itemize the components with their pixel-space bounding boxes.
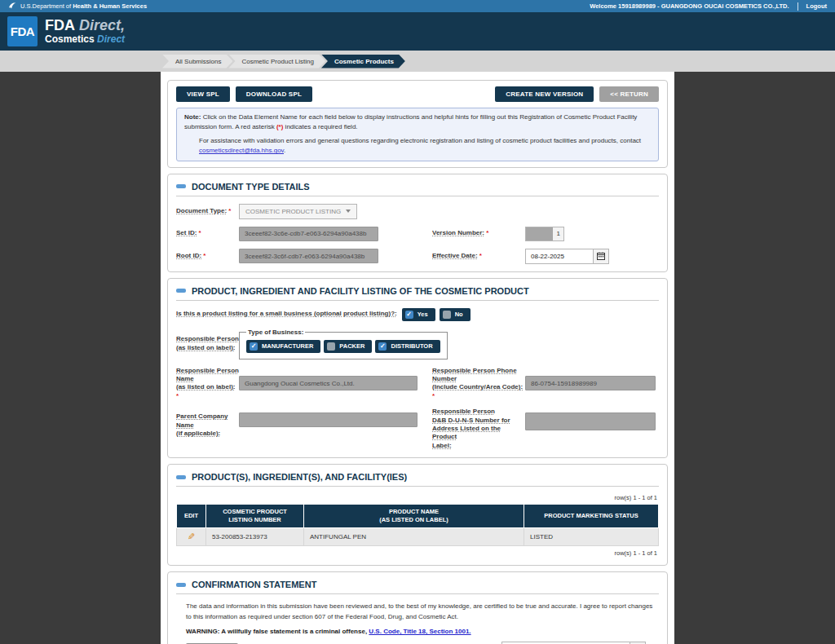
type-of-business-legend: Type of Business: (246, 329, 305, 336)
root-id-field: 3ceeef82-3c6f-cdb7-e063-6294a90a438b (239, 249, 378, 263)
breadcrumb: All Submissions Cosmetic Product Listing… (0, 51, 835, 72)
main-content: VIEW SPL DOWNLOAD SPL CREATE NEW VERSION… (161, 72, 674, 644)
assistance-text: For assistance with validation errors an… (184, 136, 651, 157)
app-title-block: FDA Direct, Cosmetics Direct (45, 18, 125, 45)
download-spl-button[interactable]: DOWNLOAD SPL (236, 86, 312, 102)
marketing-status-cell: LISTED (524, 528, 659, 546)
warning-text: WARNING: A willfully false statement is … (186, 628, 656, 635)
parent-company-label[interactable]: Parent Company Name (if applicable): (176, 412, 239, 438)
collapse-icon[interactable] (176, 583, 186, 587)
responsible-person-label[interactable]: Responsible Person (as listed on label): (176, 335, 239, 352)
fda-logo: FDA (7, 16, 38, 46)
edit-pencil-icon[interactable]: ✎ (188, 532, 195, 542)
welcome-text: Welcome 15918989989 - GUANGDONG OUCAI CO… (590, 2, 789, 10)
confirmation-statement: The data and information in this submiss… (186, 602, 656, 622)
listing-number-cell: 53-200853-213973 (206, 528, 304, 546)
app-subtitle: Cosmetics Direct (45, 33, 125, 45)
set-id-label[interactable]: Set ID: * (176, 229, 239, 237)
col-listing-number: COSMETIC PRODUCTLISTING NUMBER (206, 505, 304, 528)
app-header: FDA FDA Direct, Cosmetics Direct (0, 12, 835, 51)
section-header: CONFIRMATION STATEMENT (176, 578, 659, 594)
checkbox-checked-icon (250, 342, 258, 351)
calendar-icon[interactable] (594, 249, 609, 264)
rp-name-field: Guangdong Oucai Cosmetics Co.,Ltd. (239, 376, 418, 390)
version-number-label[interactable]: Version Number: * (432, 229, 525, 237)
view-spl-button[interactable]: VIEW SPL (176, 86, 230, 102)
duns-label[interactable]: Responsible Person D&B D-U-N-S Number fo… (432, 408, 525, 450)
products-table: EDIT COSMETIC PRODUCTLISTING NUMBER PROD… (176, 504, 659, 546)
document-type-label[interactable]: Document Type: * (176, 207, 239, 215)
note-text: Note: Click on the Data Element Name for… (184, 112, 651, 133)
breadcrumb-cosmetic-product-listing[interactable]: Cosmetic Product Listing (228, 55, 325, 68)
document-type-section: DOCUMENT TYPE DETAILS Document Type: * C… (167, 174, 668, 272)
section-title: PRODUCT, INGREDIENT AND FACILITY LISTING… (192, 286, 529, 296)
rowcount-bottom: row(s) 1 - 1 of 1 (178, 549, 657, 557)
parent-company-field (239, 412, 418, 427)
contact-email-link[interactable]: cosmeticsdirect@fda.hhs.gov (199, 147, 284, 154)
checkbox-checked-icon (405, 311, 413, 319)
section-title: PRODUCT(S), INGREDIENT(S), AND FACILITY(… (192, 472, 407, 482)
breadcrumb-all-submissions[interactable]: All Submissions (162, 55, 232, 68)
collapse-icon[interactable] (176, 184, 186, 188)
manufacturer-checkbox[interactable]: MANUFACTURER (246, 340, 320, 353)
app-title: FDA Direct, (45, 18, 125, 33)
packer-checkbox[interactable]: PACKER (324, 340, 372, 353)
version-number-field: 1 (525, 227, 564, 241)
toolbar-card: VIEW SPL DOWNLOAD SPL CREATE NEW VERSION… (167, 80, 668, 168)
return-button[interactable]: << RETURN (599, 86, 659, 102)
top-utility-bar: U.S.Department of Health & Human Service… (0, 0, 835, 12)
chevron-down-icon (346, 210, 351, 213)
col-product-name: PRODUCT NAME(AS LISTED ON LABEL) (304, 505, 524, 528)
note-box: Note: Click on the Data Element Name for… (176, 108, 659, 161)
section-header: PRODUCT, INGREDIENT AND FACILITY LISTING… (176, 285, 659, 301)
effective-date-input[interactable]: 08-22-2025 (525, 249, 594, 264)
logout-link[interactable]: Logout (806, 2, 827, 10)
checkbox-unchecked-icon (443, 311, 451, 319)
toolbar: VIEW SPL DOWNLOAD SPL CREATE NEW VERSION… (176, 86, 659, 102)
type-of-business-group: Type of Business: MANUFACTURER PACKER DI… (239, 329, 448, 359)
checkbox-checked-icon (378, 342, 387, 351)
rp-phone-field: 86-0754-15918989989 (525, 376, 656, 390)
set-id-field: 3ceeef82-3c6e-cdb7-e063-6294a90a438b (239, 227, 378, 241)
effective-date-label[interactable]: Effective Date: * (432, 252, 525, 260)
confirmation-section: CONFIRMATION STATEMENT The data and info… (167, 571, 668, 644)
section-title: DOCUMENT TYPE DETAILS (192, 182, 310, 192)
section-title: CONFIRMATION STATEMENT (192, 580, 316, 589)
small-business-yes-button[interactable]: Yes (402, 308, 435, 321)
breadcrumb-cosmetic-products[interactable]: Cosmetic Products (321, 55, 405, 68)
us-code-link[interactable]: U.S. Code, Title 18, Section 1001. (369, 628, 471, 635)
department-label: U.S.Department of Health & Human Service… (20, 2, 147, 10)
section-header: PRODUCT(S), INGREDIENT(S), AND FACILITY(… (176, 470, 659, 487)
edit-cell: ✎ (177, 528, 206, 546)
root-id-label[interactable]: Root ID: * (176, 252, 239, 260)
hhs-eagle-icon (8, 2, 16, 11)
section-header: DOCUMENT TYPE DETAILS (176, 180, 659, 196)
distributor-checkbox[interactable]: DISTRIBUTOR (375, 340, 440, 353)
rp-name-label[interactable]: Responsible Person Name (as listed on la… (176, 367, 239, 401)
divider (797, 2, 798, 11)
col-marketing-status: PRODUCT MARKETING STATUS (524, 505, 659, 528)
products-section: PRODUCT(S), INGREDIENT(S), AND FACILITY(… (167, 464, 668, 566)
product-name-cell: ANTIFUNGAL PEN (304, 528, 524, 546)
create-new-version-button[interactable]: CREATE NEW VERSION (495, 86, 594, 102)
rp-phone-label[interactable]: Responsible Person Phone Number (Include… (432, 367, 525, 401)
table-row: ✎ 53-200853-213973 ANTIFUNGAL PEN LISTED (177, 528, 659, 546)
col-edit: EDIT (177, 505, 206, 528)
duns-field (525, 412, 656, 430)
checkbox-unchecked-icon (327, 342, 335, 351)
rowcount-top: row(s) 1 - 1 of 1 (178, 494, 657, 501)
small-business-no-button[interactable]: No (440, 308, 471, 321)
product-listing-section: PRODUCT, INGREDIENT AND FACILITY LISTING… (167, 278, 668, 459)
collapse-icon[interactable] (176, 289, 186, 293)
small-business-label[interactable]: Is this a product listing for a small bu… (176, 310, 397, 318)
collapse-icon[interactable] (176, 475, 186, 479)
document-type-select[interactable]: COSMETIC PRODUCT LISTING (239, 204, 357, 219)
